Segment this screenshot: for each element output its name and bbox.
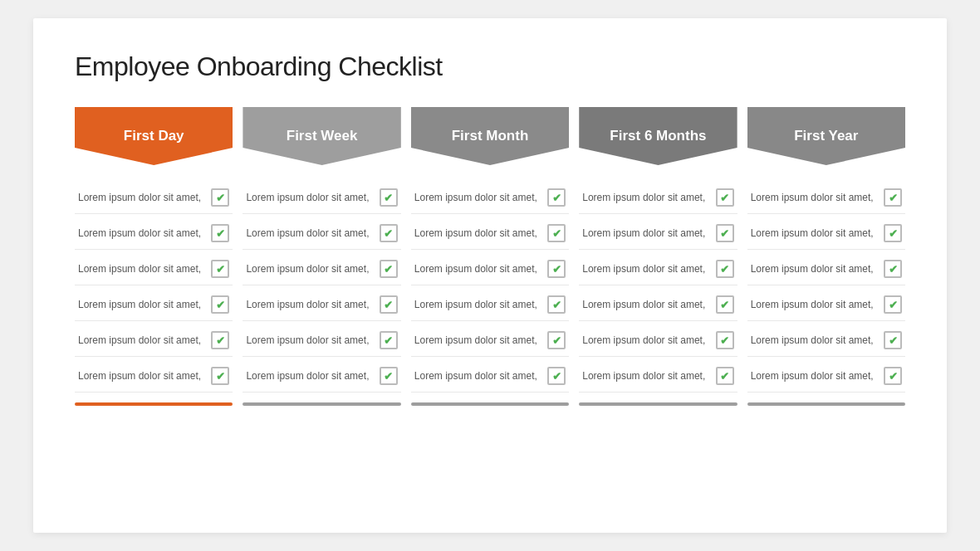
check-icon[interactable] xyxy=(380,295,398,314)
checklist-item: Lorem ipsum dolor sit amet, xyxy=(747,289,905,321)
check-icon[interactable] xyxy=(884,188,902,207)
item-text: Lorem ipsum dolor sit amet, xyxy=(78,369,204,383)
check-icon[interactable] xyxy=(547,260,566,278)
item-text: Lorem ipsum dolor sit amet, xyxy=(78,262,204,276)
checklist-item: Lorem ipsum dolor sit amet, xyxy=(243,289,400,321)
checklist-item: Lorem ipsum dolor sit amet, xyxy=(411,182,569,214)
check-icon[interactable] xyxy=(716,260,734,278)
checklist-item: Lorem ipsum dolor sit amet, xyxy=(411,253,569,285)
item-text: Lorem ipsum dolor sit amet, xyxy=(751,298,877,312)
check-icon[interactable] xyxy=(211,331,229,349)
item-text: Lorem ipsum dolor sit amet, xyxy=(751,262,877,276)
item-text: Lorem ipsum dolor sit amet, xyxy=(246,227,372,241)
check-icon[interactable] xyxy=(547,188,566,207)
column-first-year: First YearLorem ipsum dolor sit amet,Lor… xyxy=(747,107,905,406)
column-footer-first-6-months xyxy=(579,402,737,406)
column-header-first-month: First Month xyxy=(411,107,569,165)
checklist-item: Lorem ipsum dolor sit amet, xyxy=(747,360,905,393)
item-text: Lorem ipsum dolor sit amet, xyxy=(414,369,541,383)
item-text: Lorem ipsum dolor sit amet, xyxy=(414,334,541,348)
column-items-first-week: Lorem ipsum dolor sit amet,Lorem ipsum d… xyxy=(243,182,400,393)
column-footer-first-week xyxy=(243,402,400,406)
checklist-item: Lorem ipsum dolor sit amet, xyxy=(747,217,905,250)
item-text: Lorem ipsum dolor sit amet, xyxy=(582,298,708,312)
checklist-item: Lorem ipsum dolor sit amet, xyxy=(411,217,569,250)
check-icon[interactable] xyxy=(547,224,566,242)
check-icon[interactable] xyxy=(884,260,902,278)
checklist-item: Lorem ipsum dolor sit amet, xyxy=(411,289,569,321)
item-text: Lorem ipsum dolor sit amet, xyxy=(246,369,372,383)
checklist-item: Lorem ipsum dolor sit amet, xyxy=(579,289,737,321)
check-icon[interactable] xyxy=(211,188,229,207)
column-header-first-day: First Day xyxy=(75,107,233,165)
checklist-item: Lorem ipsum dolor sit amet, xyxy=(579,217,737,250)
checklist-item: Lorem ipsum dolor sit amet, xyxy=(747,324,905,357)
item-text: Lorem ipsum dolor sit amet, xyxy=(78,227,204,241)
column-first-week: First WeekLorem ipsum dolor sit amet,Lor… xyxy=(243,107,400,406)
check-icon[interactable] xyxy=(884,295,902,314)
check-icon[interactable] xyxy=(380,188,398,207)
check-icon[interactable] xyxy=(380,224,398,242)
column-items-first-year: Lorem ipsum dolor sit amet,Lorem ipsum d… xyxy=(747,182,905,393)
check-icon[interactable] xyxy=(211,224,229,242)
item-text: Lorem ipsum dolor sit amet, xyxy=(414,298,541,312)
item-text: Lorem ipsum dolor sit amet, xyxy=(582,334,708,348)
checklist-item: Lorem ipsum dolor sit amet, xyxy=(747,182,905,214)
checklist-item: Lorem ipsum dolor sit amet, xyxy=(411,360,569,393)
column-first-6-months: First 6 MonthsLorem ipsum dolor sit amet… xyxy=(579,107,737,406)
item-text: Lorem ipsum dolor sit amet, xyxy=(582,262,708,276)
check-icon[interactable] xyxy=(380,331,398,349)
column-items-first-6-months: Lorem ipsum dolor sit amet,Lorem ipsum d… xyxy=(579,182,737,393)
item-text: Lorem ipsum dolor sit amet, xyxy=(246,191,372,205)
page-title: Employee Onboarding Checklist xyxy=(75,51,905,82)
column-footer-first-month xyxy=(411,402,569,406)
item-text: Lorem ipsum dolor sit amet, xyxy=(751,334,877,348)
checklist-item: Lorem ipsum dolor sit amet, xyxy=(243,360,400,393)
column-first-day: First DayLorem ipsum dolor sit amet,Lore… xyxy=(75,107,233,406)
check-icon[interactable] xyxy=(380,260,398,278)
checklist-item: Lorem ipsum dolor sit amet, xyxy=(75,182,233,214)
item-text: Lorem ipsum dolor sit amet, xyxy=(78,298,204,312)
column-header-first-6-months: First 6 Months xyxy=(579,107,737,165)
item-text: Lorem ipsum dolor sit amet, xyxy=(751,227,877,241)
column-header-first-week: First Week xyxy=(243,107,400,165)
check-icon[interactable] xyxy=(884,367,902,385)
item-text: Lorem ipsum dolor sit amet, xyxy=(78,334,204,348)
column-footer-first-day xyxy=(75,402,233,406)
check-icon[interactable] xyxy=(716,295,734,314)
item-text: Lorem ipsum dolor sit amet, xyxy=(246,334,372,348)
item-text: Lorem ipsum dolor sit amet, xyxy=(414,262,541,276)
item-text: Lorem ipsum dolor sit amet, xyxy=(751,369,877,383)
check-icon[interactable] xyxy=(884,331,902,349)
checklist-item: Lorem ipsum dolor sit amet, xyxy=(75,289,233,321)
check-icon[interactable] xyxy=(211,260,229,278)
check-icon[interactable] xyxy=(884,224,902,242)
check-icon[interactable] xyxy=(716,331,734,349)
slide: Employee Onboarding Checklist First DayL… xyxy=(33,18,947,533)
checklist-item: Lorem ipsum dolor sit amet, xyxy=(243,324,400,357)
check-icon[interactable] xyxy=(716,224,734,242)
check-icon[interactable] xyxy=(547,331,566,349)
item-text: Lorem ipsum dolor sit amet, xyxy=(582,227,708,241)
check-icon[interactable] xyxy=(716,367,734,385)
check-icon[interactable] xyxy=(547,367,566,385)
checklist-item: Lorem ipsum dolor sit amet, xyxy=(75,360,233,393)
checklist-item: Lorem ipsum dolor sit amet, xyxy=(579,253,737,285)
checklist-item: Lorem ipsum dolor sit amet, xyxy=(579,360,737,393)
check-icon[interactable] xyxy=(716,188,734,207)
checklist-item: Lorem ipsum dolor sit amet, xyxy=(747,253,905,285)
check-icon[interactable] xyxy=(380,367,398,385)
checklist-item: Lorem ipsum dolor sit amet, xyxy=(579,324,737,357)
item-text: Lorem ipsum dolor sit amet, xyxy=(414,191,541,205)
item-text: Lorem ipsum dolor sit amet, xyxy=(78,191,204,205)
check-icon[interactable] xyxy=(211,367,229,385)
item-text: Lorem ipsum dolor sit amet, xyxy=(414,227,541,241)
item-text: Lorem ipsum dolor sit amet, xyxy=(751,191,877,205)
checklist-item: Lorem ipsum dolor sit amet, xyxy=(243,217,400,250)
check-icon[interactable] xyxy=(211,295,229,314)
checklist-item: Lorem ipsum dolor sit amet, xyxy=(75,217,233,250)
item-text: Lorem ipsum dolor sit amet, xyxy=(246,262,372,276)
item-text: Lorem ipsum dolor sit amet, xyxy=(246,298,372,312)
column-items-first-day: Lorem ipsum dolor sit amet,Lorem ipsum d… xyxy=(75,182,233,393)
check-icon[interactable] xyxy=(547,295,566,314)
